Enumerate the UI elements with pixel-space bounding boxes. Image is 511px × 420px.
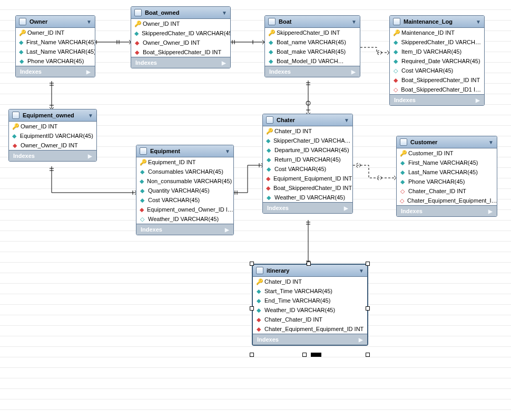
column-label: First_Name VARCHAR(45) <box>26 39 95 45</box>
entity-title: Boat <box>279 18 291 25</box>
column-row: 🔑Owner_ID INT <box>131 19 230 28</box>
table-icon <box>19 18 26 25</box>
entity-maintenance-log[interactable]: Maintenance_Log ▼ 🔑Maintenance_ID INT◆Sk… <box>389 15 485 106</box>
arrow-right-icon: ▶ <box>344 205 348 211</box>
column-label: Boat_SkipperedChater_ID INT <box>143 49 221 55</box>
indexes-row[interactable]: Indexes▶ <box>136 224 233 235</box>
entity-header[interactable]: Customer ▼ <box>397 136 497 148</box>
diamond-icon: ◆ <box>140 197 145 203</box>
column-label: Maintenance_ID INT <box>401 29 455 36</box>
chevron-down-icon[interactable]: ▼ <box>351 19 357 25</box>
resize-handle-s[interactable] <box>302 353 307 357</box>
entity-header[interactable]: Owner ▼ <box>16 16 95 28</box>
entity-title: Owner <box>30 18 47 25</box>
indexes-row[interactable]: Indexes▶ <box>253 334 367 345</box>
entity-columns: 🔑Owner_ID INT◆SkipperedChater_ID VARCHAR… <box>131 19 230 57</box>
column-row: ◆Consumables VARCHAR(45) <box>136 167 233 176</box>
column-row: ◆SkipperChater_ID VARCHA… <box>263 136 352 145</box>
entity-header[interactable]: Maintenance_Log ▼ <box>390 16 484 28</box>
table-icon <box>400 138 407 146</box>
diamond-icon: ◆ <box>266 166 271 172</box>
diamond-icon: ◆ <box>266 176 270 182</box>
chevron-down-icon[interactable]: ▼ <box>88 113 93 118</box>
entity-equipment[interactable]: Equipment ▼ 🔑Equipment_ID INT◆Consumable… <box>136 145 234 235</box>
chevron-down-icon[interactable]: ▼ <box>359 268 364 274</box>
entity-boat-owned[interactable]: Boat_owned ▼ 🔑Owner_ID INT◆SkipperedChat… <box>131 6 231 68</box>
diamond-icon: ◆ <box>12 143 17 148</box>
entity-header[interactable]: Equipment ▼ <box>136 145 233 157</box>
key-icon: 🔑 <box>266 128 271 134</box>
column-label: Chater_ID INT <box>274 128 312 134</box>
indexes-row[interactable]: Indexes▶ <box>16 66 95 77</box>
resize-handle-e[interactable] <box>366 306 370 311</box>
table-icon <box>256 267 263 274</box>
chevron-down-icon[interactable]: ▼ <box>488 139 494 145</box>
svg-point-0 <box>377 51 381 55</box>
column-row: 🔑Customer_ID INT <box>397 148 497 158</box>
column-label: Weather_ID VARCHAR(45) <box>264 307 335 313</box>
chevron-down-icon[interactable]: ▼ <box>344 117 349 123</box>
entity-columns: 🔑SkipperedChater_ID INT◆Boat_name VARCHA… <box>265 28 360 66</box>
resize-handle-se[interactable] <box>366 353 370 357</box>
resize-handle-ne[interactable] <box>366 262 370 266</box>
entity-title: Chater <box>277 117 295 123</box>
column-row: ◆SkipperedChater_ID VARCH… <box>390 37 484 47</box>
entity-boat[interactable]: Boat ▼ 🔑SkipperedChater_ID INT◆Boat_name… <box>264 15 360 77</box>
entity-owner[interactable]: Owner ▼ 🔑Owner_ID INT◆First_Name VARCHAR… <box>15 15 95 77</box>
key-icon: 🔑 <box>140 159 145 165</box>
column-row: ◆Quantity VARCHAR(45) <box>136 186 233 195</box>
entity-chater[interactable]: Chater ▼ 🔑Chater_ID INT◆SkipperChater_ID… <box>262 114 353 214</box>
chevron-down-icon[interactable]: ▼ <box>222 10 227 16</box>
column-row: 🔑Chater_ID INT <box>263 126 352 136</box>
column-row: ◆Weather_ID VARCHAR(45) <box>263 193 352 202</box>
column-label: Owner_ID INT <box>143 21 180 27</box>
entity-header[interactable]: Boat ▼ <box>265 16 360 28</box>
entity-customer[interactable]: Customer ▼ 🔑Customer_ID INT◆First_Name V… <box>396 136 497 217</box>
diamond-icon: ◇ <box>393 87 398 93</box>
resize-handle-n[interactable] <box>307 262 311 266</box>
chevron-down-icon[interactable]: ▼ <box>476 19 481 25</box>
indexes-row[interactable]: Indexes▶ <box>397 205 497 216</box>
resize-handle-sw[interactable] <box>250 353 254 357</box>
indexes-row[interactable]: Indexes▶ <box>265 66 360 77</box>
resize-handle-w[interactable] <box>250 306 254 311</box>
svg-point-1 <box>306 101 310 105</box>
entity-header[interactable]: Boat_owned ▼ <box>131 7 230 19</box>
column-row: ◆Owner_Owner_ID INT <box>131 38 230 47</box>
diamond-icon: ◆ <box>393 39 398 45</box>
entity-header[interactable]: Equipment_owned ▼ <box>9 109 96 122</box>
key-icon: 🔑 <box>268 30 273 36</box>
column-row: ◆Equipment_Equipment_ID INT <box>263 174 352 183</box>
entity-header[interactable]: itinerary ▼ <box>253 265 367 277</box>
column-label: Equipment_owned_Owner_ID I… <box>147 206 233 213</box>
column-label: Return_ID VARCHAR(45) <box>274 156 341 163</box>
column-label: Last_Name VARCHAR(45) <box>408 169 478 175</box>
indexes-row[interactable]: Indexes▶ <box>9 150 96 161</box>
indexes-row[interactable]: Indexes▶ <box>390 94 484 105</box>
diamond-icon: ◆ <box>266 157 271 163</box>
diamond-icon: ◆ <box>140 169 145 175</box>
entity-title: Maintenance_Log <box>404 18 453 25</box>
entity-title: Equipment_owned <box>23 112 74 118</box>
column-row: 🔑Equipment_ID INT <box>136 157 233 167</box>
column-row: ◆First_Name VARCHAR(45) <box>16 37 95 47</box>
column-label: Boat_Model_ID VARCH… <box>277 58 344 64</box>
resize-handle-s-mid[interactable] <box>311 353 321 357</box>
diamond-icon: ◆ <box>266 195 271 201</box>
entity-itinerary[interactable]: itinerary ▼ 🔑Chater_ID INT◆Start_Time VA… <box>252 264 368 345</box>
column-row: ◆End_Time VARCHAR(45) <box>253 296 367 305</box>
entity-header[interactable]: Chater ▼ <box>263 114 352 126</box>
indexes-row[interactable]: Indexes▶ <box>263 202 352 213</box>
column-row: 🔑Chater_ID INT <box>253 277 367 286</box>
column-row: ◆EquipmentID VARCHAR(45) <box>9 131 96 141</box>
resize-handle-nw[interactable] <box>250 262 254 266</box>
table-icon <box>268 18 276 25</box>
chevron-down-icon[interactable]: ▼ <box>86 19 92 25</box>
key-icon: 🔑 <box>256 279 261 285</box>
indexes-row[interactable]: Indexes▶ <box>131 57 230 68</box>
entity-equipment-owned[interactable]: Equipment_owned ▼ 🔑Owner_ID INT◆Equipmen… <box>8 109 97 162</box>
arrow-right-icon: ▶ <box>351 69 356 75</box>
diamond-icon: ◆ <box>268 39 273 45</box>
column-row: ◆Phone VARCHAR(45) <box>397 177 497 186</box>
chevron-down-icon[interactable]: ▼ <box>225 148 230 154</box>
